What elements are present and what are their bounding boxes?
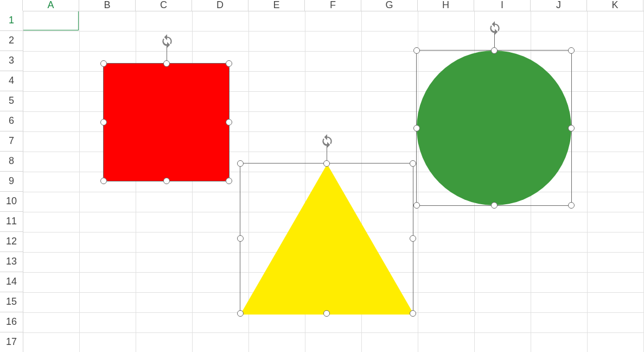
row-header-1[interactable]: 1 (0, 11, 23, 31)
rotate-stem (167, 46, 167, 60)
row-header-16[interactable]: 16 (0, 312, 23, 332)
shape-triangle[interactable] (240, 163, 413, 314)
spreadsheet-canvas: A B C D E F G H I J K 1 2 3 4 5 6 7 8 9 … (0, 0, 644, 352)
column-header-a[interactable]: A (23, 0, 79, 11)
row-header-6[interactable]: 6 (0, 111, 23, 131)
circle-fill[interactable] (417, 51, 571, 205)
resize-handle-nw[interactable] (413, 47, 420, 54)
select-all-corner[interactable] (0, 0, 23, 11)
row-header-5[interactable]: 5 (0, 91, 23, 111)
column-header-g[interactable]: G (361, 0, 418, 11)
row-header-4[interactable]: 4 (0, 71, 23, 91)
row-header-17[interactable]: 17 (0, 332, 23, 352)
column-header-c[interactable]: C (136, 0, 192, 11)
column-header-i[interactable]: I (474, 0, 531, 11)
rotate-handle-icon[interactable] (488, 21, 502, 35)
column-header-h[interactable]: H (418, 0, 474, 11)
resize-handle-w[interactable] (237, 235, 244, 242)
resize-handle-sw[interactable] (413, 202, 420, 209)
row-header-10[interactable]: 10 (0, 192, 23, 212)
rotate-stem (327, 146, 327, 160)
resize-handle-w[interactable] (413, 125, 420, 131)
resize-handle-ne[interactable] (226, 60, 232, 67)
row-header-11[interactable]: 11 (0, 212, 23, 232)
row-header-15[interactable]: 15 (0, 292, 23, 312)
row-header-12[interactable]: 12 (0, 232, 23, 252)
row-header-2[interactable]: 2 (0, 31, 23, 51)
resize-handle-e[interactable] (568, 125, 575, 131)
rectangle-fill[interactable] (104, 64, 229, 181)
rotate-handle-icon[interactable] (320, 134, 334, 148)
resize-handle-se[interactable] (226, 178, 232, 184)
active-cell-outline[interactable] (23, 11, 79, 30)
rotate-handle-icon[interactable] (160, 34, 174, 48)
column-header-e[interactable]: E (248, 0, 305, 11)
resize-handle-nw[interactable] (237, 160, 244, 167)
column-header-b[interactable]: B (79, 0, 136, 11)
column-header-k[interactable]: K (587, 0, 643, 11)
row-header-13[interactable]: 13 (0, 252, 23, 272)
cell-grid[interactable] (23, 11, 644, 352)
resize-handle-nw[interactable] (100, 60, 107, 67)
resize-handle-se[interactable] (410, 310, 416, 317)
resize-handle-ne[interactable] (410, 160, 416, 167)
resize-handle-s[interactable] (163, 178, 170, 184)
resize-handle-w[interactable] (100, 119, 107, 125)
row-header-3[interactable]: 3 (0, 51, 23, 71)
resize-handle-n[interactable] (323, 160, 330, 167)
resize-handle-n[interactable] (491, 47, 498, 54)
row-header-14[interactable]: 14 (0, 272, 23, 292)
resize-handle-s[interactable] (323, 310, 330, 317)
column-header-row: A B C D E F G H I J K (0, 0, 644, 11)
shape-rectangle[interactable] (103, 63, 229, 181)
row-header-column: 1 2 3 4 5 6 7 8 9 10 11 12 13 14 15 16 1… (0, 11, 23, 352)
resize-handle-n[interactable] (163, 60, 170, 67)
column-header-f[interactable]: F (305, 0, 361, 11)
shape-circle[interactable] (416, 50, 572, 206)
rotate-stem (494, 33, 495, 47)
column-header-j[interactable]: J (531, 0, 587, 11)
resize-handle-e[interactable] (226, 119, 232, 125)
row-header-8[interactable]: 8 (0, 152, 23, 172)
resize-handle-s[interactable] (491, 202, 498, 209)
row-header-9[interactable]: 9 (0, 172, 23, 192)
resize-handle-e[interactable] (410, 235, 416, 242)
resize-handle-sw[interactable] (237, 310, 244, 317)
resize-handle-ne[interactable] (568, 47, 575, 54)
resize-handle-sw[interactable] (100, 178, 107, 184)
triangle-fill[interactable] (240, 164, 414, 315)
column-header-d[interactable]: D (192, 0, 248, 11)
resize-handle-se[interactable] (568, 202, 575, 209)
row-header-7[interactable]: 7 (0, 131, 23, 152)
